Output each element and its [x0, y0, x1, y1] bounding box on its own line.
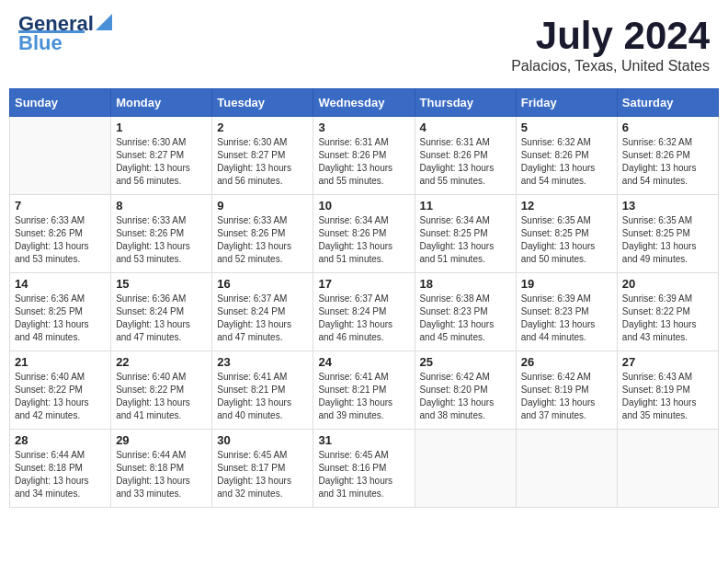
calendar-cell: 20 Sunrise: 6:39 AMSunset: 8:22 PMDaylig…: [617, 273, 718, 351]
day-number: 17: [318, 277, 409, 291]
calendar-week-row: 28 Sunrise: 6:44 AMSunset: 8:18 PMDaylig…: [10, 430, 719, 508]
calendar-cell: 29 Sunrise: 6:44 AMSunset: 8:18 PMDaylig…: [111, 430, 212, 508]
cell-info: Sunrise: 6:40 AMSunset: 8:22 PMDaylight:…: [116, 371, 207, 422]
logo-text-general: General: [18, 14, 94, 34]
day-number: 9: [217, 199, 308, 213]
logo: General Blue: [18, 14, 112, 55]
calendar-cell: 23 Sunrise: 6:41 AMSunset: 8:21 PMDaylig…: [212, 351, 313, 430]
day-number: 10: [318, 199, 409, 213]
day-number: 19: [521, 277, 612, 291]
day-number: 26: [521, 355, 612, 369]
calendar-cell: 30 Sunrise: 6:45 AMSunset: 8:17 PMDaylig…: [212, 430, 313, 508]
calendar-cell: 15 Sunrise: 6:36 AMSunset: 8:24 PMDaylig…: [111, 273, 212, 351]
calendar-cell: [516, 430, 617, 508]
page-header: General Blue July 2024 Palacios, Texas, …: [9, 9, 719, 79]
cell-info: Sunrise: 6:30 AMSunset: 8:27 PMDaylight:…: [116, 136, 207, 188]
day-number: 6: [622, 121, 713, 134]
logo-arrow-icon: [96, 14, 112, 30]
svg-marker-0: [96, 14, 112, 30]
cell-info: Sunrise: 6:45 AMSunset: 8:17 PMDaylight:…: [217, 449, 308, 500]
day-number: 5: [521, 121, 612, 134]
weekday-header-sunday: Sunday: [10, 89, 111, 117]
weekday-header-friday: Friday: [516, 89, 617, 117]
cell-info: Sunrise: 6:33 AMSunset: 8:26 PMDaylight:…: [15, 214, 106, 266]
weekday-header-monday: Monday: [111, 89, 212, 117]
cell-info: Sunrise: 6:31 AMSunset: 8:26 PMDaylight:…: [318, 136, 409, 188]
day-number: 22: [116, 355, 207, 369]
cell-info: Sunrise: 6:34 AMSunset: 8:25 PMDaylight:…: [420, 214, 511, 266]
day-number: 12: [521, 199, 612, 213]
location-subtitle: Palacios, Texas, United States: [511, 58, 710, 75]
title-block: July 2024 Palacios, Texas, United States: [511, 14, 710, 75]
calendar-table: SundayMondayTuesdayWednesdayThursdayFrid…: [9, 88, 719, 508]
calendar-cell: 17 Sunrise: 6:37 AMSunset: 8:24 PMDaylig…: [313, 273, 415, 351]
calendar-cell: 5 Sunrise: 6:32 AMSunset: 8:26 PMDayligh…: [516, 117, 617, 195]
cell-info: Sunrise: 6:42 AMSunset: 8:20 PMDaylight:…: [420, 371, 511, 422]
calendar-cell: 14 Sunrise: 6:36 AMSunset: 8:25 PMDaylig…: [10, 273, 111, 351]
day-number: 2: [217, 121, 308, 134]
day-number: 15: [116, 277, 207, 291]
day-number: 27: [622, 355, 713, 369]
day-number: 7: [15, 199, 106, 213]
calendar-cell: 16 Sunrise: 6:37 AMSunset: 8:24 PMDaylig…: [212, 273, 313, 351]
calendar-cell: 24 Sunrise: 6:41 AMSunset: 8:21 PMDaylig…: [313, 351, 415, 430]
weekday-header-wednesday: Wednesday: [313, 89, 415, 117]
cell-info: Sunrise: 6:37 AMSunset: 8:24 PMDaylight:…: [217, 293, 308, 344]
day-number: 31: [318, 433, 409, 447]
calendar-cell: 9 Sunrise: 6:33 AMSunset: 8:26 PMDayligh…: [212, 195, 313, 273]
day-number: 3: [318, 121, 409, 134]
calendar-cell: 27 Sunrise: 6:43 AMSunset: 8:19 PMDaylig…: [617, 351, 718, 430]
day-number: 14: [15, 277, 106, 291]
weekday-header-saturday: Saturday: [617, 89, 718, 117]
day-number: 30: [217, 433, 308, 447]
calendar-cell: 21 Sunrise: 6:40 AMSunset: 8:22 PMDaylig…: [10, 351, 111, 430]
calendar-cell: 25 Sunrise: 6:42 AMSunset: 8:20 PMDaylig…: [415, 351, 516, 430]
calendar-cell: 22 Sunrise: 6:40 AMSunset: 8:22 PMDaylig…: [111, 351, 212, 430]
weekday-header-tuesday: Tuesday: [212, 89, 313, 117]
calendar-week-row: 14 Sunrise: 6:36 AMSunset: 8:25 PMDaylig…: [10, 273, 719, 351]
day-number: 11: [420, 199, 511, 213]
cell-info: Sunrise: 6:37 AMSunset: 8:24 PMDaylight:…: [318, 293, 409, 344]
cell-info: Sunrise: 6:36 AMSunset: 8:25 PMDaylight:…: [15, 293, 106, 344]
weekday-header-row: SundayMondayTuesdayWednesdayThursdayFrid…: [10, 89, 719, 117]
cell-info: Sunrise: 6:33 AMSunset: 8:26 PMDaylight:…: [116, 214, 207, 266]
day-number: 21: [15, 355, 106, 369]
day-number: 20: [622, 277, 713, 291]
cell-info: Sunrise: 6:32 AMSunset: 8:26 PMDaylight:…: [521, 136, 612, 188]
cell-info: Sunrise: 6:32 AMSunset: 8:26 PMDaylight:…: [622, 136, 713, 188]
day-number: 23: [217, 355, 308, 369]
cell-info: Sunrise: 6:41 AMSunset: 8:21 PMDaylight:…: [318, 371, 409, 422]
cell-info: Sunrise: 6:41 AMSunset: 8:21 PMDaylight:…: [217, 371, 308, 422]
cell-info: Sunrise: 6:38 AMSunset: 8:23 PMDaylight:…: [420, 293, 511, 344]
calendar-cell: 8 Sunrise: 6:33 AMSunset: 8:26 PMDayligh…: [111, 195, 212, 273]
calendar-cell: 2 Sunrise: 6:30 AMSunset: 8:27 PMDayligh…: [212, 117, 313, 195]
day-number: 28: [15, 433, 106, 447]
cell-info: Sunrise: 6:33 AMSunset: 8:26 PMDaylight:…: [217, 214, 308, 266]
cell-info: Sunrise: 6:39 AMSunset: 8:23 PMDaylight:…: [521, 293, 612, 344]
calendar-cell: 11 Sunrise: 6:34 AMSunset: 8:25 PMDaylig…: [415, 195, 516, 273]
calendar-cell: 7 Sunrise: 6:33 AMSunset: 8:26 PMDayligh…: [10, 195, 111, 273]
cell-info: Sunrise: 6:42 AMSunset: 8:19 PMDaylight:…: [521, 371, 612, 422]
calendar-week-row: 7 Sunrise: 6:33 AMSunset: 8:26 PMDayligh…: [10, 195, 719, 273]
cell-info: Sunrise: 6:30 AMSunset: 8:27 PMDaylight:…: [217, 136, 308, 188]
cell-info: Sunrise: 6:45 AMSunset: 8:16 PMDaylight:…: [318, 449, 409, 500]
day-number: 25: [420, 355, 511, 369]
cell-info: Sunrise: 6:35 AMSunset: 8:25 PMDaylight:…: [521, 214, 612, 266]
month-year-title: July 2024: [511, 14, 710, 58]
cell-info: Sunrise: 6:44 AMSunset: 8:18 PMDaylight:…: [15, 449, 106, 500]
calendar-cell: [617, 430, 718, 508]
calendar-cell: 28 Sunrise: 6:44 AMSunset: 8:18 PMDaylig…: [10, 430, 111, 508]
cell-info: Sunrise: 6:34 AMSunset: 8:26 PMDaylight:…: [318, 214, 409, 266]
cell-info: Sunrise: 6:43 AMSunset: 8:19 PMDaylight:…: [622, 371, 713, 422]
day-number: 1: [116, 121, 207, 134]
day-number: 8: [116, 199, 207, 213]
cell-info: Sunrise: 6:35 AMSunset: 8:25 PMDaylight:…: [622, 214, 713, 266]
calendar-cell: [10, 117, 111, 195]
calendar-cell: 1 Sunrise: 6:30 AMSunset: 8:27 PMDayligh…: [111, 117, 212, 195]
cell-info: Sunrise: 6:36 AMSunset: 8:24 PMDaylight:…: [116, 293, 207, 344]
day-number: 24: [318, 355, 409, 369]
calendar-cell: [415, 430, 516, 508]
calendar-week-row: 1 Sunrise: 6:30 AMSunset: 8:27 PMDayligh…: [10, 117, 719, 195]
cell-info: Sunrise: 6:31 AMSunset: 8:26 PMDaylight:…: [420, 136, 511, 188]
calendar-cell: 12 Sunrise: 6:35 AMSunset: 8:25 PMDaylig…: [516, 195, 617, 273]
